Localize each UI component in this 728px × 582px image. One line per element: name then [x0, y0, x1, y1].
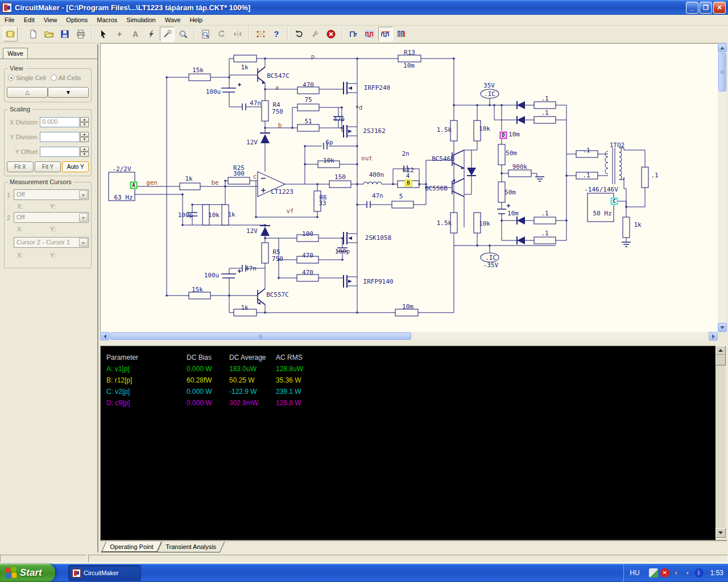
results-panel: Parameter DC Bias DC Average AC RMS A: v… [100, 346, 715, 540]
step-signal-button[interactable] [346, 27, 361, 41]
desktop: CircuitMaker - [C:\Program Files\...\LT1… [0, 0, 728, 582]
scroll-down-icon[interactable] [718, 323, 727, 332]
app-icon [2, 3, 12, 13]
menu-item[interactable]: Options [61, 15, 92, 24]
stop-simulation-button[interactable] [324, 27, 338, 41]
minimize-button[interactable]: _ [686, 2, 698, 14]
schematic-label: 470 [302, 269, 313, 276]
scroll-thumb[interactable] [715, 355, 726, 365]
y-division-spinner[interactable]: ▲▼ [80, 132, 89, 142]
scroll-thumb[interactable] [110, 332, 411, 340]
close-button[interactable]: ✕ [713, 2, 726, 14]
fit-x-button[interactable]: Fit X [7, 161, 34, 172]
mirror-button[interactable] [230, 27, 245, 41]
result-dc-average: 50.25 W [229, 376, 276, 384]
menu-item[interactable]: File [0, 15, 19, 24]
scroll-up-icon[interactable] [718, 43, 727, 52]
scaling-group: Scaling X Division 0.000 ▲▼ Y Division ▲… [4, 109, 92, 176]
new-file-button[interactable] [26, 27, 40, 41]
analog-waveform-button[interactable] [362, 27, 377, 41]
x-division-spinner[interactable]: ▲▼ [80, 117, 89, 127]
chevron-down-icon[interactable]: ▼ [79, 190, 88, 199]
schematic-label: .1 [651, 172, 658, 179]
schematic-canvas[interactable]: 1k15kBC547C100u47047nR4750755147p12VIRFP… [100, 43, 718, 332]
save-button[interactable] [57, 27, 72, 41]
cursor1-select[interactable]: Off▼ [14, 189, 89, 200]
schematic-label: 100p [178, 211, 193, 219]
schematic-label: 47p [333, 115, 345, 123]
muted-volume-icon[interactable]: ◖ [683, 568, 692, 577]
language-indicator[interactable]: HU [630, 569, 639, 577]
open-file-button[interactable] [42, 27, 56, 41]
print-button[interactable] [73, 27, 88, 41]
menu-item[interactable]: Help [185, 15, 207, 24]
cell-up-button[interactable]: △ [7, 87, 48, 98]
restore-button[interactable]: ❐ [700, 2, 712, 14]
fit-y-button[interactable]: Fit Y [35, 161, 61, 172]
scroll-thumb[interactable] [718, 53, 726, 92]
arrow-tool-button[interactable] [96, 27, 111, 41]
schematic-label: 10k [323, 157, 334, 164]
digital-waveform-button[interactable] [394, 27, 409, 41]
tablet-pen-icon[interactable] [649, 568, 658, 577]
probe-marker[interactable]: A [130, 182, 138, 189]
schematic-label: vf [286, 207, 293, 215]
taskbar-task-circuitmaker[interactable]: CircuitMaker [68, 565, 141, 581]
cursor2-select[interactable]: Off▼ [14, 212, 89, 223]
scroll-down-icon[interactable] [715, 528, 726, 538]
tab-wave[interactable]: Wave [3, 48, 28, 59]
probe-marker[interactable]: C [611, 198, 618, 205]
bluetooth-icon[interactable]: ᛒ [694, 568, 704, 577]
y-division-input[interactable] [40, 132, 80, 142]
reset-simulation-button[interactable] [292, 27, 307, 41]
scroll-left-icon[interactable] [100, 332, 109, 340]
parts-browser-button[interactable] [3, 27, 18, 41]
result-ac-rms: 239.1 W [276, 388, 327, 396]
menu-item[interactable]: Edit [19, 15, 39, 24]
schematic-label: a [275, 84, 279, 92]
probe-marker[interactable]: D [500, 132, 507, 139]
help-button[interactable]: ? [269, 27, 284, 41]
single-cell-radio[interactable] [8, 74, 14, 81]
volume-icon[interactable]: ◖ [672, 568, 681, 577]
schematic-label: BC547C [267, 72, 289, 80]
cursor-diff-select[interactable]: Cursor 2 - Cursor 1▼ [14, 237, 89, 248]
pulse-waveform-button[interactable] [378, 27, 393, 41]
rotate-button[interactable] [214, 27, 229, 41]
all-cells-radio[interactable] [51, 74, 57, 81]
tab-operating-point[interactable]: Operating Point [101, 542, 162, 552]
schematic-label: 33 [318, 199, 326, 207]
text-tool-button[interactable]: A [128, 27, 143, 41]
scaling-legend: Scaling [8, 106, 32, 113]
menu-item[interactable]: Macros [92, 15, 122, 24]
chevron-down-icon[interactable]: ▼ [79, 213, 88, 222]
results-scrollbar[interactable] [715, 346, 726, 538]
tab-transient-analysis[interactable]: Transient Analysis [157, 542, 225, 552]
wire-tool-button[interactable]: + [112, 27, 127, 41]
cell-down-button[interactable]: ▼ [48, 87, 89, 98]
schematic-horizontal-scrollbar[interactable] [100, 332, 718, 340]
probe-tool-button[interactable] [160, 27, 175, 41]
schematic-label: BC556B [425, 185, 448, 192]
schematic-vertical-scrollbar[interactable] [718, 43, 727, 332]
setup-button[interactable] [308, 27, 322, 41]
delete-tool-button[interactable] [144, 27, 159, 41]
zoom-page-button[interactable] [198, 27, 213, 41]
x-division-input[interactable]: 0.000 [40, 117, 80, 127]
start-button[interactable]: Start [0, 564, 55, 582]
menu-item[interactable]: View [39, 15, 62, 24]
menu-item[interactable]: Simulation [122, 15, 160, 24]
y-offset-spinner[interactable]: ▲▼ [80, 147, 89, 157]
scroll-right-icon[interactable] [709, 332, 718, 340]
security-shield-icon[interactable]: ✕ [660, 568, 669, 577]
scroll-up-icon[interactable] [715, 346, 726, 355]
probe-marker[interactable]: B [405, 180, 412, 187]
y-offset-input[interactable] [40, 147, 80, 157]
auto-y-button[interactable]: Auto Y [62, 161, 89, 172]
connectivity-button[interactable] [253, 27, 268, 41]
zoom-tool-button[interactable] [176, 27, 191, 41]
view-legend: View [8, 65, 25, 72]
result-ac-rms: 35.36 W [276, 376, 327, 384]
chevron-down-icon[interactable]: ▼ [79, 238, 88, 247]
menu-item[interactable]: Wave [160, 15, 185, 24]
